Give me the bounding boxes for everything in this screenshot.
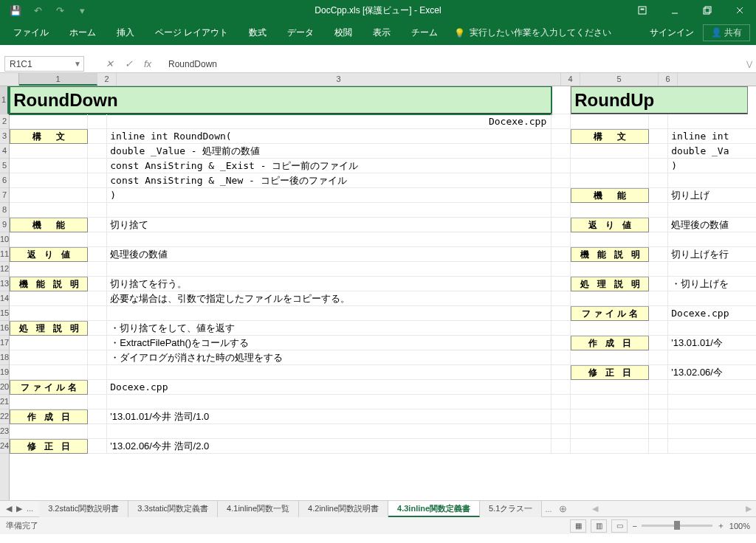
cell[interactable]: '13.01.01/今井 浩司/1.0 bbox=[107, 409, 551, 424]
cell[interactable] bbox=[88, 144, 107, 159]
cell[interactable]: '13.01.01/今 bbox=[668, 336, 756, 350]
cell-r1c1[interactable]: RoundDown bbox=[10, 86, 551, 114]
cell[interactable] bbox=[88, 424, 107, 439]
cell[interactable] bbox=[551, 306, 571, 321]
row-header[interactable]: 6 bbox=[0, 173, 9, 188]
cell[interactable] bbox=[668, 321, 756, 336]
cell[interactable] bbox=[571, 232, 649, 247]
tab-file[interactable]: ファイル bbox=[3, 21, 59, 45]
cell[interactable]: 切り捨て bbox=[107, 218, 551, 232]
sign-in-link[interactable]: サインイン bbox=[650, 27, 694, 39]
fx-icon[interactable]: fx bbox=[140, 58, 155, 69]
cell[interactable] bbox=[649, 380, 668, 395]
cell[interactable] bbox=[551, 321, 571, 336]
cell[interactable] bbox=[88, 262, 107, 277]
cell[interactable] bbox=[649, 365, 668, 380]
cell[interactable] bbox=[88, 188, 107, 203]
minimize-button[interactable] bbox=[659, 0, 691, 21]
cell[interactable] bbox=[551, 159, 571, 173]
cell[interactable] bbox=[88, 247, 107, 262]
col-header-3[interactable]: 3 bbox=[117, 73, 561, 86]
cell[interactable] bbox=[10, 306, 88, 321]
cell[interactable]: inline int RoundDown( bbox=[107, 129, 551, 144]
cell[interactable] bbox=[107, 203, 551, 218]
cell[interactable] bbox=[649, 114, 668, 129]
cell[interactable] bbox=[668, 262, 756, 277]
cell[interactable] bbox=[10, 336, 88, 350]
cell[interactable] bbox=[88, 173, 107, 188]
tab-formulas[interactable]: 数式 bbox=[238, 21, 277, 45]
cell[interactable] bbox=[668, 424, 756, 439]
cell[interactable] bbox=[551, 232, 571, 247]
cell[interactable] bbox=[107, 424, 551, 439]
cell[interactable] bbox=[668, 291, 756, 306]
cell[interactable] bbox=[551, 380, 571, 395]
label-ret-r[interactable]: 返 り 値 bbox=[571, 218, 649, 232]
row-header[interactable]: 7 bbox=[0, 188, 9, 203]
cell[interactable] bbox=[668, 409, 756, 424]
cell[interactable] bbox=[551, 173, 571, 188]
sheet-nav-prev-icon[interactable]: ◀ bbox=[6, 504, 12, 513]
label-func-r[interactable]: 機 能 bbox=[571, 188, 649, 203]
cell[interactable] bbox=[10, 173, 88, 188]
cell[interactable] bbox=[10, 232, 88, 247]
cell[interactable]: Docexe.cpp bbox=[668, 306, 756, 321]
sheet-nav-more-right-icon[interactable]: ... bbox=[542, 505, 554, 513]
enter-formula-icon[interactable]: ✓ bbox=[121, 58, 136, 69]
cell[interactable] bbox=[88, 306, 107, 321]
cell[interactable] bbox=[649, 395, 668, 409]
cell[interactable]: inline int bbox=[668, 129, 756, 144]
cell[interactable]: 必要な場合は、引数で指定したファイルをコピーする。 bbox=[107, 291, 551, 306]
cell[interactable] bbox=[571, 159, 649, 173]
cell[interactable]: const AnsiString & _Exist - コピー前のファイル bbox=[107, 159, 551, 173]
cell[interactable] bbox=[571, 424, 649, 439]
qat-customize[interactable]: ▾ bbox=[72, 2, 92, 18]
cell[interactable] bbox=[649, 203, 668, 218]
cell[interactable] bbox=[649, 321, 668, 336]
tell-me-search[interactable]: 💡 実行したい作業を入力してください bbox=[454, 27, 611, 39]
row-header[interactable]: 14 bbox=[0, 291, 9, 306]
zoom-in-button[interactable]: ＋ bbox=[717, 520, 725, 531]
cell[interactable] bbox=[10, 395, 88, 409]
row-header[interactable]: 4 bbox=[0, 144, 9, 159]
cell[interactable] bbox=[10, 424, 88, 439]
label-created[interactable]: 作 成 日 bbox=[10, 409, 88, 424]
cell[interactable] bbox=[649, 409, 668, 424]
tab-home[interactable]: ホーム bbox=[59, 21, 106, 45]
cell[interactable] bbox=[649, 336, 668, 350]
cell[interactable]: Docexe.cpp bbox=[107, 380, 551, 395]
cell[interactable]: 切り上げを行 bbox=[668, 247, 756, 262]
cell[interactable] bbox=[571, 114, 649, 129]
label-func[interactable]: 機 能 bbox=[10, 218, 88, 232]
row-header[interactable]: 24 bbox=[0, 439, 9, 454]
cell-r1c5[interactable]: RoundUp bbox=[571, 86, 748, 114]
cell[interactable] bbox=[88, 380, 107, 395]
row-header[interactable]: 16 bbox=[0, 321, 9, 336]
tab-team[interactable]: チーム bbox=[401, 21, 448, 45]
tab-view[interactable]: 表示 bbox=[362, 21, 401, 45]
cell[interactable] bbox=[88, 409, 107, 424]
cell[interactable] bbox=[88, 277, 107, 291]
cell[interactable] bbox=[88, 114, 107, 129]
cell[interactable] bbox=[10, 350, 88, 365]
sheet-nav-next-icon[interactable]: ▶ bbox=[16, 504, 22, 513]
cell[interactable]: '13.02.06/今 bbox=[668, 365, 756, 380]
cell[interactable] bbox=[107, 365, 551, 380]
cell[interactable] bbox=[649, 218, 668, 232]
spreadsheet-grid[interactable]: RoundDown RoundUp Docexe.cpp 構 文 inline … bbox=[10, 86, 756, 500]
ribbon-options-icon[interactable] bbox=[626, 0, 659, 21]
cell[interactable] bbox=[571, 395, 649, 409]
row-header[interactable]: 8 bbox=[0, 203, 9, 218]
row-header[interactable]: 10 bbox=[0, 232, 9, 247]
label-proc-r[interactable]: 処 理 説 明 bbox=[571, 277, 649, 291]
row-header[interactable]: 3 bbox=[0, 129, 9, 144]
cell[interactable] bbox=[649, 173, 668, 188]
row-header[interactable]: 23 bbox=[0, 424, 9, 439]
select-all-cells[interactable] bbox=[0, 73, 19, 86]
row-header[interactable]: 1 bbox=[0, 86, 9, 114]
col-header-4[interactable]: 4 bbox=[561, 73, 580, 86]
cell[interactable] bbox=[551, 114, 571, 129]
row-header[interactable]: 18 bbox=[0, 350, 9, 365]
cell[interactable] bbox=[551, 365, 571, 380]
cell[interactable] bbox=[88, 365, 107, 380]
